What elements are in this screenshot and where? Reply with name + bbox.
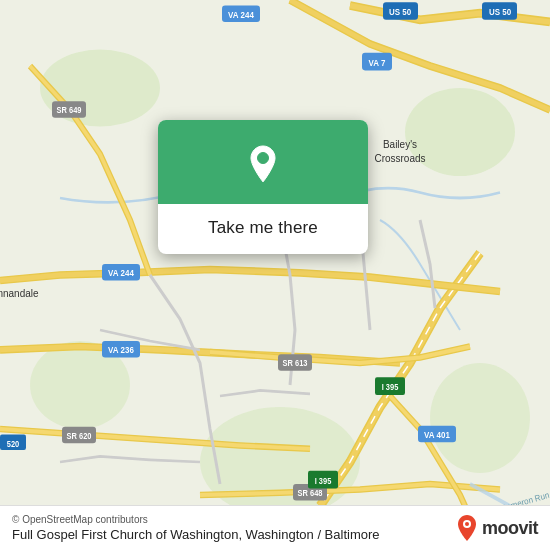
svg-text:US 50: US 50 [389, 7, 412, 17]
svg-text:nnandale: nnandale [0, 287, 39, 300]
svg-point-38 [258, 153, 269, 164]
svg-text:Bailey's: Bailey's [383, 138, 417, 151]
map-container: US 50 US 50 VA 7 VA 244 VA 244 VA 236 SR… [0, 0, 550, 550]
location-name: Full Gospel First Church of Washington, … [12, 527, 380, 542]
svg-text:US 50: US 50 [489, 7, 512, 17]
svg-text:SR 648: SR 648 [297, 489, 323, 498]
svg-text:VA 244: VA 244 [228, 9, 254, 19]
svg-text:I 395: I 395 [315, 477, 332, 486]
svg-text:I 395: I 395 [382, 383, 399, 392]
svg-point-3 [200, 407, 360, 517]
popup-card: Take me there [158, 120, 368, 254]
svg-text:VA 236: VA 236 [108, 345, 134, 355]
osm-attribution: © OpenStreetMap contributors [12, 514, 380, 525]
popup-header [158, 120, 368, 204]
popup-footer[interactable]: Take me there [158, 204, 368, 254]
svg-point-40 [465, 522, 469, 526]
moovit-brand-text: moovit [482, 518, 538, 539]
svg-point-5 [430, 363, 530, 473]
svg-text:SR 613: SR 613 [282, 359, 308, 368]
bottom-bar: © OpenStreetMap contributors Full Gospel… [0, 505, 550, 550]
map-roads: US 50 US 50 VA 7 VA 244 VA 244 VA 236 SR… [0, 0, 550, 550]
svg-text:Crossroads: Crossroads [374, 151, 425, 164]
location-pin-icon [241, 142, 285, 186]
moovit-logo: moovit [456, 514, 538, 542]
svg-text:SR 620: SR 620 [66, 432, 92, 441]
moovit-pin-icon [456, 514, 478, 542]
svg-text:VA 7: VA 7 [369, 58, 386, 68]
take-me-there-button[interactable]: Take me there [208, 218, 318, 238]
bottom-info: © OpenStreetMap contributors Full Gospel… [12, 514, 380, 542]
svg-text:SR 649: SR 649 [56, 106, 82, 115]
svg-text:VA 401: VA 401 [424, 429, 450, 439]
svg-text:520: 520 [7, 439, 20, 448]
svg-text:VA 244: VA 244 [108, 268, 134, 278]
